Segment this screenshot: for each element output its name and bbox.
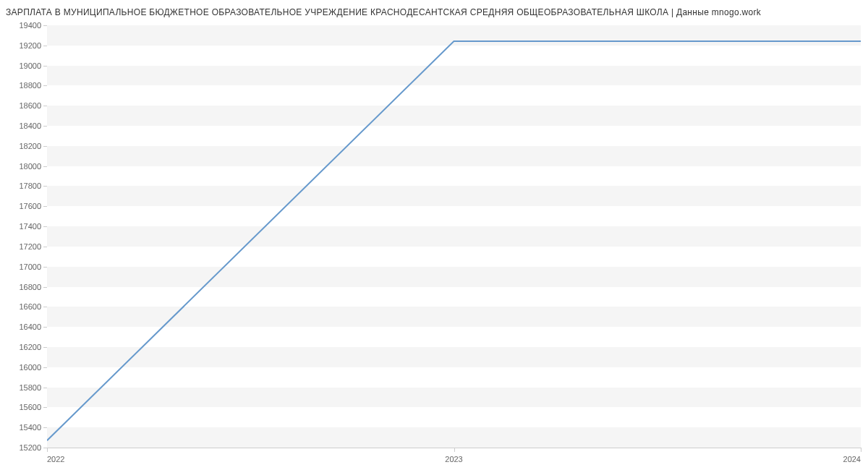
y-tick-mark	[43, 247, 47, 247]
y-tick-mark	[43, 407, 47, 408]
x-tick-mark	[861, 448, 861, 452]
y-tick-mark	[43, 287, 47, 288]
y-tick-label: 17000	[19, 262, 41, 271]
x-tick-mark	[47, 448, 48, 452]
y-tick-label: 16800	[19, 283, 41, 291]
y-tick-label: 17800	[19, 181, 41, 190]
y-tick-mark	[43, 427, 47, 428]
plot-area: 1520015400156001580016000162001640016600…	[47, 25, 861, 448]
y-tick-label: 19200	[19, 41, 41, 50]
chart-line	[47, 25, 861, 448]
y-tick-label: 19000	[19, 61, 41, 70]
y-tick-mark	[43, 106, 47, 106]
y-tick-label: 16400	[19, 322, 41, 331]
y-tick-mark	[43, 367, 47, 368]
y-tick-label: 19400	[19, 21, 41, 30]
y-tick-mark	[43, 85, 47, 86]
y-tick-label: 16600	[19, 302, 41, 311]
y-tick-mark	[43, 267, 47, 268]
y-tick-label: 15200	[19, 443, 41, 452]
chart-container: ЗАРПЛАТА В МУНИЦИПАЛЬНОЕ БЮДЖЕТНОЕ ОБРАЗ…	[0, 0, 868, 470]
x-tick-label: 2023	[445, 455, 462, 463]
y-tick-label: 18800	[19, 81, 41, 90]
y-tick-mark	[43, 126, 47, 127]
y-tick-label: 15800	[19, 383, 41, 392]
y-tick-label: 17600	[19, 202, 41, 210]
y-tick-label: 15400	[19, 423, 41, 432]
x-tick-mark	[454, 448, 455, 452]
y-tick-label: 16200	[19, 343, 41, 351]
plot-inner: 1520015400156001580016000162001640016600…	[47, 25, 861, 448]
y-tick-label: 18200	[19, 142, 41, 150]
y-tick-mark	[43, 327, 47, 328]
y-tick-mark	[43, 307, 47, 307]
y-tick-label: 18400	[19, 121, 41, 130]
y-tick-label: 16000	[19, 363, 41, 372]
chart-title: ЗАРПЛАТА В МУНИЦИПАЛЬНОЕ БЮДЖЕТНОЕ ОБРАЗ…	[0, 0, 868, 17]
y-tick-mark	[43, 66, 47, 67]
y-tick-mark	[43, 46, 47, 46]
y-tick-label: 18600	[19, 101, 41, 110]
y-tick-mark	[43, 166, 47, 167]
y-tick-mark	[43, 186, 47, 187]
y-tick-label: 17200	[19, 242, 41, 251]
y-tick-mark	[43, 206, 47, 207]
y-tick-label: 17400	[19, 222, 41, 231]
y-tick-mark	[43, 226, 47, 227]
y-tick-mark	[43, 146, 47, 147]
y-tick-mark	[43, 25, 47, 26]
y-tick-mark	[43, 388, 47, 388]
x-tick-label: 2022	[47, 455, 64, 463]
y-tick-label: 18000	[19, 162, 41, 171]
y-tick-label: 15600	[19, 403, 41, 411]
x-tick-label: 2024	[843, 455, 861, 463]
y-tick-mark	[43, 347, 47, 348]
